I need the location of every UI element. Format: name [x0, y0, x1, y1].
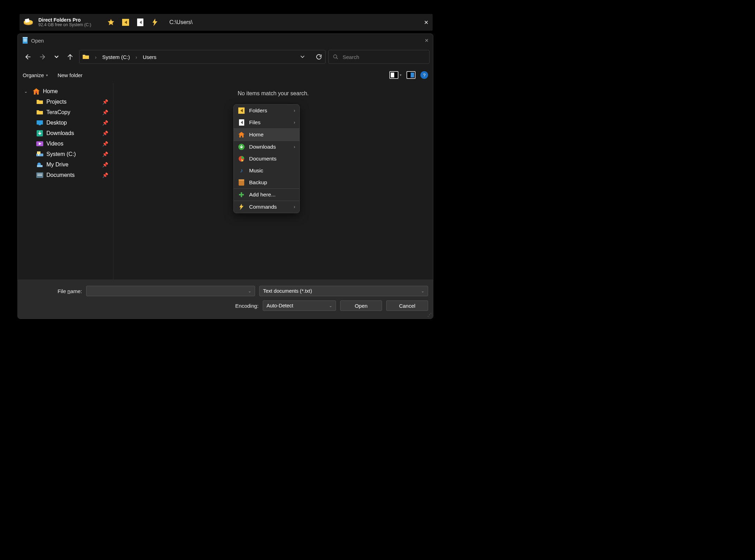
svg-rect-9 — [23, 37, 28, 38]
view-mode-button[interactable]: ▾ — [389, 71, 402, 79]
breadcrumb-folder[interactable]: Users — [143, 54, 156, 60]
star-icon[interactable] — [106, 17, 116, 28]
sidebar-item-my-drive[interactable]: My Drive 📌 — [19, 159, 112, 170]
popup-item-home[interactable]: Home — [234, 129, 299, 141]
preview-pane-button[interactable] — [406, 71, 416, 79]
home-icon — [32, 88, 40, 95]
organize-menu[interactable]: Organize ▾ — [23, 72, 48, 78]
chevron-down-icon: ▾ — [400, 73, 402, 77]
chevron-right-icon[interactable]: › — [95, 54, 97, 60]
popup-item-add-here[interactable]: Add here... — [234, 189, 299, 201]
dialog-close-icon[interactable]: ✕ — [425, 38, 429, 43]
cancel-button[interactable]: Cancel — [386, 300, 428, 311]
sidebar-item-teracopy[interactable]: TeraCopy 📌 — [19, 107, 112, 118]
sidebar-item-projects[interactable]: Projects 📌 — [19, 97, 112, 107]
popup-item-label: Files — [249, 119, 261, 126]
bolt-icon[interactable] — [150, 17, 160, 28]
new-folder-button[interactable]: New folder — [58, 72, 83, 78]
filetype-select[interactable]: Text documents (*.txt) ⌄ — [259, 286, 428, 296]
sidebar-item-downloads[interactable]: Downloads 📌 — [19, 128, 112, 139]
open-button[interactable]: Open — [340, 300, 382, 311]
dialog-bottom-panel: File name: ⌄ Text documents (*.txt) ⌄ En… — [18, 279, 433, 319]
up-button[interactable] — [64, 51, 76, 63]
box-icon — [238, 179, 245, 186]
filename-input[interactable]: ⌄ — [86, 286, 255, 296]
popup-item-files[interactable]: Files › — [234, 117, 299, 128]
pin-icon[interactable]: 📌 — [102, 120, 108, 126]
nav-row: › System (C:) › Users — [18, 47, 433, 67]
sidebar-item-system-c[interactable]: System (C:) 📌 — [19, 149, 112, 159]
address-dropdown-icon[interactable] — [300, 54, 305, 59]
svg-rect-29 — [239, 179, 244, 181]
address-bar[interactable]: › System (C:) › Users — [79, 50, 326, 64]
back-button[interactable] — [21, 51, 34, 63]
bolt-icon — [238, 204, 245, 210]
pin-icon[interactable]: 📌 — [102, 141, 108, 147]
resize-grip-icon[interactable]: ⋰ — [427, 312, 432, 317]
sidebar-item-documents[interactable]: Documents 📌 — [19, 170, 112, 180]
popup-item-label: Backup — [249, 179, 267, 186]
popup-item-folders[interactable]: Folders › — [234, 105, 299, 117]
file-list-pane[interactable]: No items match your search. Folders › Fi… — [113, 83, 433, 279]
pin-icon[interactable]: 📌 — [102, 162, 108, 167]
chevron-down-icon: ⌄ — [24, 89, 30, 94]
popup-item-music[interactable]: ♪ Music — [234, 165, 299, 177]
filetype-value: Text documents (*.txt) — [263, 288, 312, 294]
pin-icon[interactable]: 📌 — [102, 99, 108, 105]
direct-folders-title: Direct Folders Pro — [38, 17, 91, 23]
refresh-icon[interactable] — [315, 53, 322, 60]
popup-item-documents[interactable]: Documents — [234, 153, 299, 165]
sidebar-item-home[interactable]: ⌄ Home — [19, 86, 112, 97]
notepad-icon — [22, 37, 28, 44]
encoding-select[interactable]: Auto-Detect ⌄ — [263, 300, 336, 311]
sidebar-item-label: My Drive — [46, 162, 68, 168]
download-icon — [238, 144, 245, 150]
search-icon — [333, 54, 338, 60]
search-input[interactable] — [343, 54, 425, 60]
popup-item-label: Documents — [249, 156, 276, 162]
video-icon — [36, 141, 44, 146]
dialog-title: Open — [31, 38, 44, 44]
open-button-label: Open — [355, 303, 368, 309]
folder-back-icon — [238, 107, 245, 114]
folder-icon — [82, 54, 89, 60]
cancel-button-label: Cancel — [399, 303, 416, 309]
sidebar-item-videos[interactable]: Videos 📌 — [19, 139, 112, 149]
help-icon[interactable]: ? — [420, 71, 428, 79]
search-box[interactable] — [328, 50, 429, 64]
svg-rect-23 — [37, 175, 42, 176]
recent-folder-icon[interactable] — [120, 17, 131, 28]
pin-icon[interactable]: 📌 — [102, 130, 108, 136]
direct-folders-close-icon[interactable]: ✕ — [424, 19, 428, 26]
svg-rect-22 — [37, 174, 42, 174]
popup-item-label: Downloads — [249, 144, 276, 150]
popup-item-backup[interactable]: Backup — [234, 177, 299, 188]
recent-locations-button[interactable] — [52, 51, 61, 63]
sidebar-item-label: Projects — [46, 99, 67, 105]
svg-rect-6 — [23, 39, 27, 39]
desktop-icon — [36, 120, 44, 126]
recent-file-icon[interactable] — [135, 17, 145, 28]
sidebar-item-desktop[interactable]: Desktop 📌 — [19, 118, 112, 128]
download-icon — [36, 130, 44, 136]
direct-folders-popup: Folders › Files › Home Downloads › — [233, 104, 300, 213]
direct-folders-path[interactable]: C:\Users\ — [169, 19, 193, 25]
pin-icon[interactable]: 📌 — [102, 151, 108, 157]
direct-folders-logo-icon — [22, 16, 34, 28]
encoding-value: Auto-Detect — [267, 303, 293, 308]
chevron-right-icon[interactable]: › — [135, 54, 137, 60]
pin-icon[interactable]: 📌 — [102, 110, 108, 115]
breadcrumb-drive[interactable]: System (C:) — [102, 54, 130, 60]
file-back-icon — [238, 119, 245, 126]
forward-button[interactable] — [37, 51, 49, 63]
svg-rect-12 — [37, 120, 43, 125]
direct-folders-bar: Direct Folders Pro 92.4 GB free on Syste… — [20, 14, 433, 31]
popup-item-label: Commands — [249, 204, 277, 210]
popup-item-downloads[interactable]: Downloads › — [234, 141, 299, 153]
sidebar-item-label: Home — [43, 88, 58, 95]
sidebar-item-label: System (C:) — [46, 151, 76, 157]
svg-rect-5 — [23, 38, 28, 44]
popup-item-commands[interactable]: Commands › — [234, 201, 299, 213]
svg-point-10 — [334, 55, 337, 58]
pin-icon[interactable]: 📌 — [102, 172, 108, 178]
